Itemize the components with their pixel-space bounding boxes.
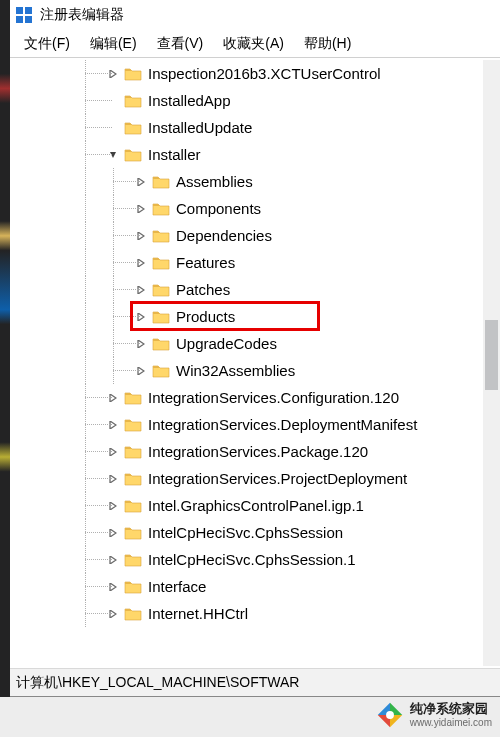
tree-node-label: InstalledUpdate: [148, 119, 252, 136]
folder-icon: [152, 255, 170, 270]
folder-icon: [124, 606, 142, 621]
chevron-right-icon[interactable]: [106, 580, 120, 594]
chevron-right-icon[interactable]: [106, 391, 120, 405]
folder-icon: [152, 201, 170, 216]
chevron-right-icon[interactable]: [106, 607, 120, 621]
tree-node-label: Interface: [148, 578, 206, 595]
folder-icon: [152, 363, 170, 378]
tree-node[interactable]: InstalledApp: [14, 87, 483, 114]
folder-icon: [124, 120, 142, 135]
chevron-right-icon[interactable]: [134, 256, 148, 270]
chevron-down-icon[interactable]: [106, 148, 120, 162]
tree-node[interactable]: IntelCpHeciSvc.CphsSession.1: [14, 546, 483, 573]
chevron-right-icon[interactable]: [106, 499, 120, 513]
tree-viewport: Inspection2016b3.XCTUserControl Installe…: [10, 58, 500, 668]
chevron-right-icon[interactable]: [134, 202, 148, 216]
watermark: 纯净系统家园 www.yidaimei.com: [376, 701, 492, 729]
left-desktop-edge: [0, 0, 10, 737]
chevron-right-icon[interactable]: [134, 337, 148, 351]
watermark-title: 纯净系统家园: [410, 702, 492, 717]
tree-node-label: IntegrationServices.DeploymentManifest: [148, 416, 417, 433]
menu-file[interactable]: 文件(F): [14, 32, 80, 56]
regedit-app-icon: [16, 7, 32, 23]
svg-rect-3: [25, 16, 32, 23]
folder-icon: [152, 336, 170, 351]
folder-icon: [152, 228, 170, 243]
tree-node-label: IntelCpHeciSvc.CphsSession.1: [148, 551, 356, 568]
menubar: 文件(F) 编辑(E) 查看(V) 收藏夹(A) 帮助(H): [10, 30, 500, 58]
tree-node[interactable]: Assemblies: [14, 168, 483, 195]
status-path: 计算机\HKEY_LOCAL_MACHINE\SOFTWAR: [16, 674, 299, 692]
tree-node[interactable]: Dependencies: [14, 222, 483, 249]
tree-node[interactable]: UpgradeCodes: [14, 330, 483, 357]
scroll-thumb[interactable]: [485, 320, 498, 390]
chevron-right-icon[interactable]: [106, 553, 120, 567]
vertical-scrollbar[interactable]: [483, 60, 500, 666]
tree-node-label: IntelCpHeciSvc.CphsSession: [148, 524, 343, 541]
tree-node-label: Features: [176, 254, 235, 271]
folder-icon: [152, 174, 170, 189]
chevron-right-icon[interactable]: [134, 364, 148, 378]
regedit-window: 注册表编辑器 文件(F) 编辑(E) 查看(V) 收藏夹(A) 帮助(H) In…: [10, 0, 500, 697]
chevron-right-icon[interactable]: [134, 175, 148, 189]
svg-rect-1: [25, 7, 32, 14]
svg-rect-0: [16, 7, 23, 14]
tree-node[interactable]: Internet.HHCtrl: [14, 600, 483, 627]
folder-icon: [124, 498, 142, 513]
svg-rect-2: [16, 16, 23, 23]
tree-node-label: Inspection2016b3.XCTUserControl: [148, 65, 381, 82]
folder-icon: [124, 93, 142, 108]
tree-node[interactable]: Intel.GraphicsControlPanel.igp.1: [14, 492, 483, 519]
tree-node-label: Installer: [148, 146, 201, 163]
chevron-right-icon[interactable]: [106, 67, 120, 81]
watermark-url: www.yidaimei.com: [410, 717, 492, 729]
chevron-right-icon[interactable]: [106, 418, 120, 432]
statusbar: 计算机\HKEY_LOCAL_MACHINE\SOFTWAR: [10, 668, 500, 696]
chevron-right-icon[interactable]: [106, 526, 120, 540]
folder-icon: [124, 552, 142, 567]
folder-icon: [152, 309, 170, 324]
menu-favorites[interactable]: 收藏夹(A): [213, 32, 294, 56]
tree-node-label: UpgradeCodes: [176, 335, 277, 352]
folder-icon: [124, 66, 142, 81]
folder-icon: [152, 282, 170, 297]
watermark-logo-icon: [376, 701, 404, 729]
tree-scroll: Inspection2016b3.XCTUserControl Installe…: [14, 60, 500, 666]
tree-node[interactable]: InstalledUpdate: [14, 114, 483, 141]
tree-node[interactable]: IntegrationServices.Package.120: [14, 438, 483, 465]
tree-node[interactable]: IntelCpHeciSvc.CphsSession: [14, 519, 483, 546]
chevron-right-icon[interactable]: [134, 283, 148, 297]
tree-node[interactable]: IntegrationServices.DeploymentManifest: [14, 411, 483, 438]
folder-icon: [124, 579, 142, 594]
menu-edit[interactable]: 编辑(E): [80, 32, 147, 56]
tree-node-label: IntegrationServices.Configuration.120: [148, 389, 399, 406]
titlebar[interactable]: 注册表编辑器: [10, 0, 500, 30]
tree-node-label: Products: [176, 308, 235, 325]
chevron-right-icon[interactable]: [134, 229, 148, 243]
registry-tree[interactable]: Inspection2016b3.XCTUserControl Installe…: [14, 60, 483, 666]
tree-node[interactable]: Inspection2016b3.XCTUserControl: [14, 60, 483, 87]
tree-node-label: Win32Assemblies: [176, 362, 295, 379]
tree-node[interactable]: Interface: [14, 573, 483, 600]
tree-node[interactable]: Patches: [14, 276, 483, 303]
expander-placeholder: [106, 121, 120, 135]
menu-help[interactable]: 帮助(H): [294, 32, 361, 56]
tree-node[interactable]: Features: [14, 249, 483, 276]
tree-node[interactable]: Installer: [14, 141, 483, 168]
folder-icon: [124, 444, 142, 459]
chevron-right-icon[interactable]: [106, 445, 120, 459]
tree-node[interactable]: IntegrationServices.Configuration.120: [14, 384, 483, 411]
menu-view[interactable]: 查看(V): [147, 32, 214, 56]
tree-node[interactable]: Win32Assemblies: [14, 357, 483, 384]
tree-node[interactable]: IntegrationServices.ProjectDeployment: [14, 465, 483, 492]
tree-node-label: Patches: [176, 281, 230, 298]
chevron-right-icon[interactable]: [134, 310, 148, 324]
folder-icon: [124, 525, 142, 540]
tree-node[interactable]: Components: [14, 195, 483, 222]
chevron-right-icon[interactable]: [106, 472, 120, 486]
tree-node-label: Intel.GraphicsControlPanel.igp.1: [148, 497, 364, 514]
tree-node[interactable]: Products: [14, 303, 483, 330]
expander-placeholder: [106, 94, 120, 108]
svg-point-4: [386, 711, 394, 719]
tree-node-label: InstalledApp: [148, 92, 231, 109]
